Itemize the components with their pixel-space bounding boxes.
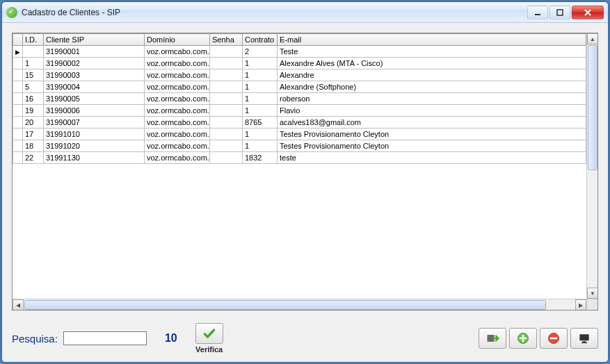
cell-cliente[interactable]: 31990006 [44, 105, 145, 117]
cell-id[interactable]: 21 [23, 46, 44, 58]
cell-email[interactable]: Testes Provisionamento Cleyton [278, 129, 586, 140]
monitor-button[interactable] [570, 328, 598, 349]
vertical-scrollbar[interactable]: ▲ ▼ [586, 33, 597, 299]
cell-cliente[interactable]: 31990001 [44, 46, 145, 58]
cell-contrato[interactable]: 1 [243, 129, 278, 140]
remove-button[interactable] [540, 328, 568, 349]
cell-contrato[interactable]: 1 [243, 69, 278, 81]
table-row[interactable]: 2231991130voz.ormcabo.com.br·1832teste [13, 152, 586, 164]
grid-header-row[interactable]: I.D. Cliente SIP Domínio Senha Contrato … [13, 34, 586, 46]
cell-email[interactable]: roberson [278, 93, 586, 105]
grid-header-contrato[interactable]: Contrato [243, 34, 278, 46]
table-row[interactable]: 1631990005voz.ormcabo.com.br·1roberson [13, 93, 586, 105]
cell-dominio[interactable]: voz.ormcabo.com.br [145, 140, 210, 152]
table-row[interactable]: 131990002voz.ormcabo.com.br·1Alexandre A… [13, 58, 586, 69]
cell-cliente[interactable]: 31990007 [44, 117, 145, 129]
cell-dominio[interactable]: voz.ormcabo.com.br [145, 81, 210, 93]
cell-email[interactable]: Flavio [278, 105, 586, 117]
maximize-button[interactable] [549, 6, 570, 19]
cell-cliente[interactable]: 31991010 [44, 129, 145, 140]
cell-cliente[interactable]: 31990002 [44, 58, 145, 69]
cell-contrato[interactable]: 1 [243, 58, 278, 69]
cell-email[interactable]: acalves183@gmail.com [278, 117, 586, 129]
cell-id[interactable]: 15 [23, 69, 44, 81]
cell-id[interactable]: 18 [23, 140, 44, 152]
verify-button[interactable] [195, 323, 223, 344]
cell-email[interactable]: Alexandre [278, 69, 586, 81]
cell-id[interactable]: 17 [23, 129, 44, 140]
cell-dominio[interactable]: voz.ormcabo.com.br [145, 46, 210, 58]
cell-email[interactable]: Teste [278, 46, 586, 58]
cell-email[interactable]: Testes Provisionamento Cleyton [278, 140, 586, 152]
table-row[interactable]: 1731991010voz.ormcabo.com.br·1Testes Pro… [13, 129, 586, 140]
cell-senha[interactable]: · [210, 93, 243, 105]
table-row[interactable]: 1531990003voz.ormcabo.com.br·1Alexandre [13, 69, 586, 81]
scroll-down-icon[interactable]: ▼ [587, 288, 598, 299]
cell-dominio[interactable]: voz.ormcabo.com.br [145, 93, 210, 105]
table-row[interactable]: ▶2131990001voz.ormcabo.com.br·2Teste [13, 46, 586, 58]
table-row[interactable]: 1931990006voz.ormcabo.com.br·1Flavio [13, 105, 586, 117]
record-count: 10 [165, 332, 177, 345]
export-button[interactable] [479, 328, 506, 349]
cell-id[interactable]: 5 [23, 81, 44, 93]
cell-cliente[interactable]: 31990005 [44, 93, 145, 105]
scroll-right-icon[interactable]: ▶ [575, 299, 586, 311]
cell-contrato[interactable]: 1 [243, 81, 278, 93]
app-icon [6, 7, 17, 18]
cell-email[interactable]: Alexandre Alves (MTA - Cisco) [278, 58, 586, 69]
cell-contrato[interactable]: 1 [243, 140, 278, 152]
cell-senha[interactable]: · [210, 105, 243, 117]
vertical-scroll-thumb[interactable] [588, 45, 597, 170]
cell-dominio[interactable]: voz.ormcabo.com.br [145, 105, 210, 117]
cell-senha[interactable]: · [210, 81, 243, 93]
cell-cliente[interactable]: 31990004 [44, 81, 145, 93]
cell-id[interactable]: 1 [23, 58, 44, 69]
horizontal-scrollbar[interactable]: ◀ ▶ [13, 299, 586, 310]
scroll-left-icon[interactable]: ◀ [13, 299, 24, 311]
table-row[interactable]: 2031990007voz.ormcabo.com.br·8765acalves… [13, 117, 586, 129]
data-grid[interactable]: I.D. Cliente SIP Domínio Senha Contrato … [12, 33, 598, 311]
cell-dominio[interactable]: voz.ormcabo.com.br [145, 58, 210, 69]
cell-contrato[interactable]: 1 [243, 93, 278, 105]
remove-icon [547, 331, 561, 345]
titlebar[interactable]: Cadastro de Clientes - SIP [2, 2, 608, 23]
cell-id[interactable]: 19 [23, 105, 44, 117]
cell-contrato[interactable]: 2 [243, 46, 278, 58]
cell-id[interactable]: 20 [23, 117, 44, 129]
cell-email[interactable]: Alexandre (Softphone) [278, 81, 586, 93]
cell-cliente[interactable]: 31991020 [44, 140, 145, 152]
cell-senha[interactable]: · [210, 129, 243, 140]
grid-header-dominio[interactable]: Domínio [145, 34, 210, 46]
cell-dominio[interactable]: voz.ormcabo.com.br [145, 117, 210, 129]
add-button[interactable] [509, 328, 537, 349]
grid-header-email[interactable]: E-mail [278, 34, 586, 46]
cell-contrato[interactable]: 1832 [243, 152, 278, 164]
cell-senha[interactable]: · [210, 117, 243, 129]
cell-senha[interactable]: · [210, 46, 243, 58]
cell-cliente[interactable]: 31990003 [44, 69, 145, 81]
cell-id[interactable]: 22 [23, 152, 44, 164]
row-marker [13, 140, 23, 152]
cell-contrato[interactable]: 1 [243, 105, 278, 117]
cell-senha[interactable]: · [210, 152, 243, 164]
cell-senha[interactable]: · [210, 58, 243, 69]
cell-dominio[interactable]: voz.ormcabo.com.br [145, 152, 210, 164]
table-row[interactable]: 1831991020voz.ormcabo.com.br·1Testes Pro… [13, 140, 586, 152]
cell-email[interactable]: teste [278, 152, 586, 164]
table-row[interactable]: 531990004voz.ormcabo.com.br·1Alexandre (… [13, 81, 586, 93]
cell-id[interactable]: 16 [23, 93, 44, 105]
search-input[interactable] [63, 331, 147, 345]
grid-header-cliente[interactable]: Cliente SIP [44, 34, 145, 46]
cell-cliente[interactable]: 31991130 [44, 152, 145, 164]
horizontal-scroll-thumb[interactable] [24, 300, 546, 310]
grid-header-id[interactable]: I.D. [23, 34, 44, 46]
cell-dominio[interactable]: voz.ormcabo.com.br [145, 69, 210, 81]
scroll-up-icon[interactable]: ▲ [587, 33, 598, 44]
cell-senha[interactable]: · [210, 140, 243, 152]
minimize-button[interactable] [527, 6, 548, 19]
cell-senha[interactable]: · [210, 69, 243, 81]
grid-header-senha[interactable]: Senha [210, 34, 243, 46]
cell-contrato[interactable]: 8765 [243, 117, 278, 129]
close-button[interactable] [572, 6, 604, 19]
cell-dominio[interactable]: voz.ormcabo.com.br [145, 129, 210, 140]
